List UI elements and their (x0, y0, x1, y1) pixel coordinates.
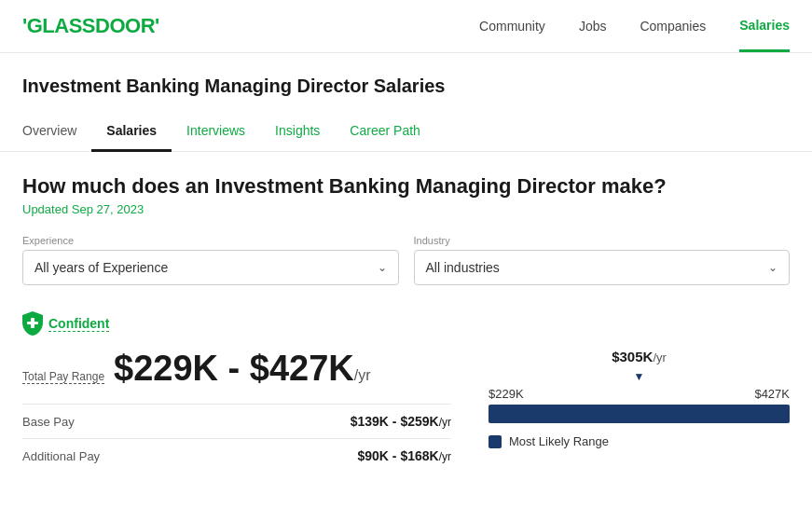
shield-icon (22, 311, 43, 336)
industry-chevron-icon: ⌄ (768, 261, 778, 274)
page-title: Investment Banking Managing Director Sal… (22, 76, 790, 97)
confident-row: Confident (22, 311, 790, 336)
main-nav: Community Jobs Companies Salaries (479, 0, 790, 52)
page-header: Investment Banking Managing Director Sal… (0, 53, 812, 97)
total-pay-label[interactable]: Total Pay Range (22, 370, 104, 384)
logo: 'GLASSDOOR' (22, 14, 159, 38)
svg-rect-1 (31, 318, 34, 328)
base-pay-row: Base Pay $139K - $259K/yr (22, 404, 451, 438)
header: 'GLASSDOOR' Community Jobs Companies Sal… (0, 0, 812, 53)
industry-filter: Industry All industries ⌄ (414, 235, 791, 285)
main-content: How much does an Investment Banking Mana… (0, 152, 812, 495)
tab-career-path[interactable]: Career Path (335, 112, 434, 152)
nav-jobs[interactable]: Jobs (579, 0, 607, 52)
base-pay-value: $139K - $259K/yr (351, 414, 451, 429)
median-label: $305K/yr (489, 349, 790, 364)
legend-label: Most Likely Range (509, 434, 609, 448)
additional-pay-label: Additional Pay (22, 449, 100, 463)
caret-down-icon: ▼ (489, 370, 790, 383)
total-pay-unit: /yr (354, 367, 371, 383)
additional-pay-value: $90K - $168K/yr (357, 448, 451, 463)
range-high-label: $427K (754, 387, 790, 401)
experience-filter: Experience All years of Experience ⌄ (22, 235, 399, 285)
total-pay-row: Total Pay Range $229K - $427K/yr (22, 349, 451, 389)
tab-bar: Overview Salaries Interviews Insights Ca… (0, 112, 812, 152)
experience-chevron-icon: ⌄ (378, 261, 387, 274)
nav-community[interactable]: Community (479, 0, 545, 52)
total-pay-value: $229K - $427K/yr (114, 349, 371, 389)
confident-badge: Confident (22, 311, 109, 336)
confident-label[interactable]: Confident (48, 316, 109, 332)
median-value: $305K (612, 349, 653, 364)
tab-interviews[interactable]: Interviews (172, 112, 260, 152)
filters-row: Experience All years of Experience ⌄ Ind… (22, 235, 790, 285)
industry-select[interactable]: All industries ⌄ (414, 250, 791, 285)
range-labels: $229K $427K (489, 387, 790, 401)
industry-value: All industries (426, 260, 500, 275)
pay-right: $305K/yr ▼ $229K $427K Most Likely Range (489, 349, 790, 448)
tab-salaries[interactable]: Salaries (91, 112, 172, 152)
range-low-label: $229K (489, 387, 524, 401)
median-unit: /yr (653, 350, 666, 364)
additional-pay-row: Additional Pay $90K - $168K/yr (22, 438, 451, 473)
nav-salaries[interactable]: Salaries (739, 0, 790, 52)
legend: Most Likely Range (489, 434, 790, 448)
range-bar (489, 405, 790, 423)
total-pay-number: $229K - $427K (114, 349, 354, 388)
experience-label: Experience (22, 235, 399, 246)
updated-date: Updated Sep 27, 2023 (22, 202, 790, 216)
base-pay-label: Base Pay (22, 415, 75, 429)
experience-select[interactable]: All years of Experience ⌄ (22, 250, 399, 285)
tab-insights[interactable]: Insights (260, 112, 335, 152)
industry-label: Industry (414, 235, 791, 246)
section-title: How much does an Investment Banking Mana… (22, 174, 790, 199)
nav-companies[interactable]: Companies (640, 0, 706, 52)
pay-section: Total Pay Range $229K - $427K/yr Base Pa… (22, 349, 790, 473)
pay-left: Total Pay Range $229K - $427K/yr Base Pa… (22, 349, 451, 473)
experience-value: All years of Experience (34, 260, 168, 275)
tab-overview[interactable]: Overview (22, 112, 91, 152)
legend-box-icon (489, 435, 502, 448)
